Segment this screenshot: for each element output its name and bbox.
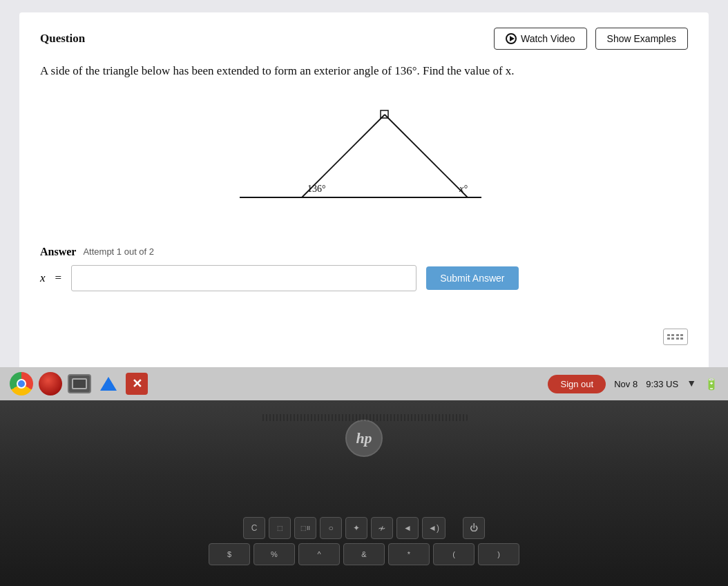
answer-label: Answer bbox=[40, 246, 76, 258]
key-vol-down[interactable]: ◄ bbox=[396, 517, 419, 539]
red-circle-icon[interactable] bbox=[39, 372, 62, 395]
network-icon: ▼ bbox=[687, 378, 696, 389]
answer-input[interactable] bbox=[71, 265, 416, 291]
key-f1[interactable]: ⬚ bbox=[269, 517, 291, 539]
hp-logo: hp bbox=[345, 420, 383, 457]
key-c[interactable]: C bbox=[243, 517, 265, 539]
screen-icon[interactable] bbox=[68, 374, 91, 393]
keyboard-icon-inner bbox=[667, 334, 684, 340]
svg-text:136°: 136° bbox=[307, 184, 326, 194]
watch-video-label: Watch Video bbox=[521, 33, 575, 44]
key-caret[interactable]: ^ bbox=[298, 543, 340, 565]
triangle-diagram: 136° x° bbox=[219, 95, 509, 230]
keyboard-icon bbox=[663, 329, 688, 345]
key-ampersand[interactable]: & bbox=[343, 543, 385, 565]
taskbar-right: Sign out Nov 8 9:33 US ▼ 🔋 bbox=[548, 375, 718, 393]
battery-icon: 🔋 bbox=[705, 378, 718, 391]
problem-text: A side of the triangle below has been ex… bbox=[40, 62, 688, 80]
key-rparen[interactable]: ) bbox=[478, 543, 519, 565]
triangle-icon[interactable] bbox=[97, 372, 120, 395]
keyboard-row-2: $ % ^ & * ( ) bbox=[209, 543, 519, 565]
speaker-grille bbox=[260, 414, 468, 421]
key-vol-up[interactable]: ◄) bbox=[422, 517, 446, 539]
play-triangle-icon bbox=[510, 36, 515, 41]
key-power[interactable]: ⏻ bbox=[463, 517, 485, 539]
svg-text:x°: x° bbox=[459, 184, 468, 194]
question-label: Question bbox=[40, 32, 85, 46]
submit-answer-button[interactable]: Submit Answer bbox=[426, 266, 518, 290]
key-percent[interactable]: % bbox=[253, 543, 295, 565]
key-f3[interactable]: ○ bbox=[320, 517, 342, 539]
key-f5[interactable]: ≁ bbox=[371, 517, 393, 539]
attempt-label: Attempt 1 out of 2 bbox=[83, 246, 154, 257]
taskbar-date: Nov 8 bbox=[614, 379, 638, 389]
laptop-body: hp C ⬚ ⬚II ○ ✦ ≁ ◄ ◄) ⏻ $ % ^ & * ( ) bbox=[0, 400, 728, 586]
keyboard-area: C ⬚ ⬚II ○ ✦ ≁ ◄ ◄) ⏻ $ % ^ & * ( ) bbox=[0, 517, 728, 565]
svg-line-2 bbox=[385, 115, 468, 197]
key-f2[interactable]: ⬚II bbox=[294, 517, 316, 539]
sign-out-button[interactable]: Sign out bbox=[548, 375, 606, 393]
x-variable-label: x bbox=[40, 271, 46, 285]
chrome-icon[interactable] bbox=[10, 372, 33, 395]
key-f4[interactable]: ✦ bbox=[345, 517, 367, 539]
key-asterisk[interactable]: * bbox=[388, 543, 430, 565]
close-icon[interactable]: ✕ bbox=[126, 373, 148, 395]
answer-section: Answer Attempt 1 out of 2 x = Submit Ans… bbox=[40, 246, 688, 291]
show-examples-button[interactable]: Show Examples bbox=[595, 28, 688, 50]
taskbar-time: 9:33 US bbox=[646, 379, 678, 389]
key-lparen[interactable]: ( bbox=[433, 543, 475, 565]
watch-video-button[interactable]: Watch Video bbox=[494, 28, 587, 50]
play-circle-icon bbox=[506, 33, 517, 44]
header-buttons: Watch Video Show Examples bbox=[494, 28, 688, 50]
diagram-container: 136° x° bbox=[40, 94, 688, 232]
key-dollar[interactable]: $ bbox=[209, 543, 250, 565]
taskbar: ✕ Sign out Nov 8 9:33 US ▼ 🔋 bbox=[0, 367, 728, 400]
keyboard-row-1: C ⬚ ⬚II ○ ✦ ≁ ◄ ◄) ⏻ bbox=[243, 517, 485, 539]
equals-sign: = bbox=[55, 271, 62, 285]
